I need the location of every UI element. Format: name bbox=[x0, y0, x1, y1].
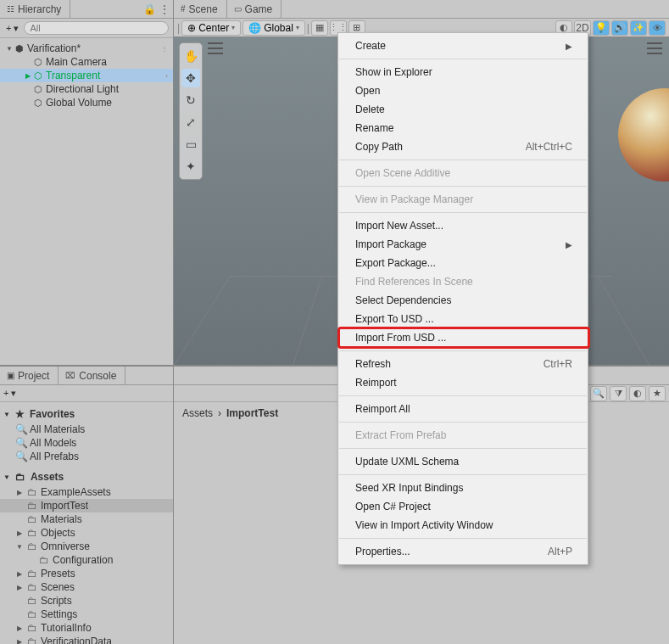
rect-tool-icon[interactable]: ▭ bbox=[181, 135, 200, 154]
space-toggle[interactable]: 🌐Global▾ bbox=[243, 20, 305, 36]
scene-menu-icon[interactable]: ⋮ bbox=[161, 45, 170, 53]
folder-settings[interactable]: 🗀Settings bbox=[0, 608, 173, 621]
menu-item-show-in-explorer[interactable]: Show in Explorer bbox=[338, 63, 588, 81]
hierarchy-item-directional-light[interactable]: ⬡ Directional Light bbox=[0, 82, 173, 96]
menu-item-reimport[interactable]: Reimport bbox=[338, 373, 588, 392]
overlay-menu-left-icon[interactable] bbox=[208, 42, 223, 54]
menu-item-open-c-project[interactable]: Open C# Project bbox=[338, 497, 588, 516]
menu-item-export-package[interactable]: Export Package... bbox=[338, 254, 588, 272]
breadcrumb-current[interactable]: ImportTest bbox=[226, 407, 278, 419]
filter-icon[interactable]: ⧩ bbox=[610, 386, 627, 401]
grid-snap-icon[interactable]: ▦ bbox=[311, 20, 328, 36]
viewport-object-sphere-2[interactable] bbox=[618, 88, 669, 182]
project-tab[interactable]: ▣Project bbox=[0, 367, 59, 384]
menu-item-create[interactable]: Create▶ bbox=[338, 36, 588, 55]
gameobject-icon: ⬡ bbox=[32, 57, 44, 68]
menu-item-import-new-asset[interactable]: Import New Asset... bbox=[338, 216, 588, 235]
menu-item-export-to-usd[interactable]: Export To USD ... bbox=[338, 310, 588, 328]
game-tab[interactable]: ▭ Game bbox=[227, 0, 282, 18]
scale-tool-icon[interactable]: ⤢ bbox=[181, 113, 200, 132]
gizmos-icon[interactable]: 👁 bbox=[649, 20, 666, 36]
chevron-right-icon: ▶ bbox=[566, 42, 572, 51]
project-icon: ▣ bbox=[7, 371, 14, 380]
folder-configuration[interactable]: 🗀Configuration bbox=[0, 553, 173, 567]
menu-item-reimport-all[interactable]: Reimport All bbox=[338, 400, 588, 418]
favorite-all-models[interactable]: 🔍All Models bbox=[0, 436, 173, 450]
menu-item-refresh[interactable]: RefreshCtrl+R bbox=[338, 355, 588, 373]
folder-icon: 🗀 bbox=[26, 581, 38, 593]
pivot-toggle[interactable]: ⊕Center▾ bbox=[181, 20, 241, 36]
overlay-menu-right-icon[interactable] bbox=[647, 42, 662, 54]
menu-item-label: Import New Asset... bbox=[355, 220, 443, 232]
menu-item-select-dependencies[interactable]: Select Dependencies bbox=[338, 291, 588, 310]
project-toolbar: + ▾ bbox=[0, 385, 173, 402]
folder-materials[interactable]: 🗀Materials bbox=[0, 512, 173, 526]
folder-tutorialinfo[interactable]: ▶🗀TutorialInfo bbox=[0, 621, 173, 635]
menu-item-label: Properties... bbox=[355, 546, 410, 557]
menu-item-label: Copy Path bbox=[355, 141, 403, 153]
menu-item-label: Open C# Project bbox=[355, 501, 431, 512]
folder-scripts[interactable]: 🗀Scripts bbox=[0, 594, 173, 608]
folder-objects[interactable]: ▶🗀Objects bbox=[0, 526, 173, 540]
breadcrumb-root[interactable]: Assets bbox=[182, 407, 213, 419]
menu-item-rename[interactable]: Rename bbox=[338, 119, 588, 137]
move-tool-icon[interactable]: ✥ bbox=[181, 69, 200, 87]
hierarchy-search[interactable] bbox=[24, 21, 169, 35]
menu-separator bbox=[339, 474, 587, 475]
menu-item-label: Delete bbox=[355, 104, 385, 115]
menu-item-delete[interactable]: Delete bbox=[338, 100, 588, 119]
hierarchy-item-global-volume[interactable]: ⬡ Global Volume bbox=[0, 96, 173, 109]
scene-root[interactable]: ▼ ⬢ Varification* ⋮ bbox=[0, 42, 173, 55]
folder-icon: 🗀 bbox=[38, 554, 50, 566]
menu-item-update-uxml-schema[interactable]: Update UXML Schema bbox=[338, 452, 588, 471]
folder-importtest[interactable]: 🗀ImportTest bbox=[0, 499, 173, 512]
menu-separator bbox=[339, 59, 587, 59]
menu-separator bbox=[339, 186, 587, 187]
fx-icon[interactable]: ✨ bbox=[630, 20, 647, 36]
menu-item-seed-xr-input-bindings[interactable]: Seed XR Input Bindings bbox=[338, 479, 588, 497]
menu-item-import-package[interactable]: Import Package▶ bbox=[338, 235, 588, 254]
favorite-all-prefabs[interactable]: 🔍All Prefabs bbox=[0, 450, 173, 463]
hierarchy-tab[interactable]: ☷ Hierarchy bbox=[0, 0, 70, 18]
audio-icon[interactable]: 🔊 bbox=[611, 20, 628, 36]
menu-item-copy-path[interactable]: Copy PathAlt+Ctrl+C bbox=[338, 137, 588, 156]
open-prefab-arrow-icon[interactable]: › bbox=[165, 72, 170, 80]
menu-shortcut: Alt+Ctrl+C bbox=[526, 141, 572, 153]
create-dropdown[interactable]: + ▾ bbox=[4, 23, 20, 34]
folder-exampleassets[interactable]: ▶🗀ExampleAssets bbox=[0, 485, 173, 499]
folder-scenes[interactable]: ▶🗀Scenes bbox=[0, 580, 173, 594]
menu-item-import-from-usd[interactable]: Import From USD ... bbox=[338, 328, 588, 347]
menu-item-open[interactable]: Open bbox=[338, 81, 588, 100]
chevron-right-icon[interactable]: ▶ bbox=[24, 72, 32, 80]
save-icon[interactable]: ★ bbox=[649, 386, 666, 401]
scene-tab[interactable]: # Scene bbox=[174, 0, 227, 18]
hand-tool-icon[interactable]: ✋ bbox=[181, 47, 200, 65]
visibility-icon[interactable]: ◐ bbox=[629, 386, 646, 401]
folder-presets[interactable]: ▶🗀Presets bbox=[0, 567, 173, 580]
folder-omniverse[interactable]: ▼🗀Omniverse bbox=[0, 540, 173, 553]
lighting-icon[interactable]: 💡 bbox=[593, 20, 610, 36]
menu-item-label: Open bbox=[355, 85, 380, 97]
hierarchy-item-transparent[interactable]: ▶ ⬡ Transparent › bbox=[0, 69, 173, 82]
scene-tab-bar: # Scene ▭ Game bbox=[174, 0, 669, 19]
menu-item-view-in-import-activity-window[interactable]: View in Import Activity Window bbox=[338, 516, 588, 535]
hierarchy-item-main-camera[interactable]: ⬡ Main Camera bbox=[0, 55, 173, 69]
menu-item-label: Show in Explorer bbox=[355, 66, 432, 78]
menu-item-properties[interactable]: Properties...Alt+P bbox=[338, 542, 588, 561]
search-icon[interactable]: 🔍 bbox=[590, 386, 607, 401]
favorite-all-materials[interactable]: 🔍All Materials bbox=[0, 423, 173, 436]
project-create-dropdown[interactable]: + ▾ bbox=[2, 388, 18, 399]
unity-logo-icon: ⬢ bbox=[14, 43, 25, 54]
chevron-down-icon[interactable]: ▼ bbox=[5, 45, 14, 53]
menu-separator bbox=[339, 212, 587, 213]
lock-icon[interactable]: 🔒 bbox=[143, 3, 156, 15]
transform-tool-icon[interactable]: ✦ bbox=[181, 157, 200, 176]
console-tab[interactable]: ⌧Console bbox=[59, 367, 125, 384]
favorites-header[interactable]: ▼★Favorites bbox=[0, 406, 173, 423]
menu-item-label: Seed XR Input Bindings bbox=[355, 482, 463, 494]
folder-verificationdata[interactable]: ▶🗀VerificationData bbox=[0, 635, 173, 644]
menu-icon[interactable]: ⋮ bbox=[159, 3, 170, 15]
assets-header[interactable]: ▼🗀Assets bbox=[0, 468, 173, 485]
rotate-tool-icon[interactable]: ↻ bbox=[181, 91, 200, 109]
menu-item-label: Update UXML Schema bbox=[355, 456, 459, 468]
